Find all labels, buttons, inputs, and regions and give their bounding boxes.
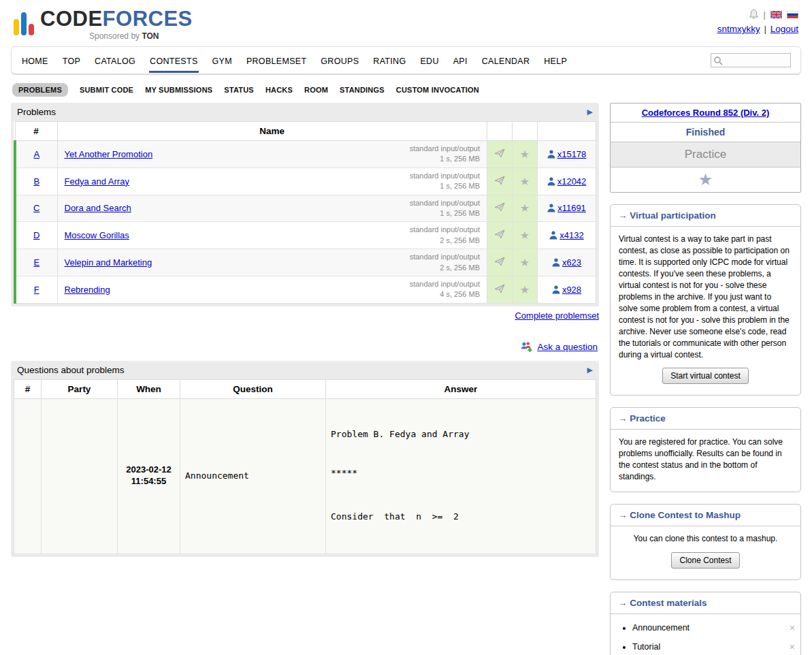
q-col-index: # xyxy=(14,379,42,398)
ask-question-link[interactable]: Ask a question xyxy=(537,342,598,352)
q-col-party: Party xyxy=(42,379,118,398)
complete-problemset-link[interactable]: Complete problemset xyxy=(515,310,599,321)
problem-constraints: standard input/output1 s, 256 MB xyxy=(410,171,480,192)
virtual-participation-title: → Virtual participation xyxy=(611,205,800,227)
problem-letter-link[interactable]: C xyxy=(33,203,39,213)
questions-table: # Party When Question Answer 2023-02-12 … xyxy=(14,379,596,554)
practice-title: → Practice xyxy=(611,408,800,430)
problem-constraints: standard input/output4 s, 256 MB xyxy=(410,279,480,300)
problems-caption: Problems xyxy=(17,107,56,117)
close-icon[interactable]: × xyxy=(790,622,795,633)
problem-title-link[interactable]: Rebrending xyxy=(65,285,110,295)
main-navigation: HOME TOP CATALOG CONTESTS GYM PROBLEMSET… xyxy=(11,46,801,74)
username-link[interactable]: sntmxykky xyxy=(717,24,760,34)
nav-item-gym[interactable]: GYM xyxy=(212,48,233,73)
solved-count-link[interactable]: x12042 xyxy=(557,176,587,187)
expand-arrow-icon[interactable]: ▶ xyxy=(587,108,593,116)
nav-item-problemset[interactable]: PROBLEMSET xyxy=(246,48,307,73)
tab-my-submissions[interactable]: MY SUBMISSIONS xyxy=(145,86,212,94)
virtual-participation-text: Virtual contest is a way to take part in… xyxy=(619,234,790,360)
logout-link[interactable]: Logout xyxy=(770,24,798,34)
nav-item-groups[interactable]: GROUPS xyxy=(320,48,359,73)
favorite-star-icon[interactable]: ★ xyxy=(520,202,530,214)
problem-title-link[interactable]: Fedya and Array xyxy=(65,176,129,187)
tab-status[interactable]: STATUS xyxy=(224,86,254,94)
problem-row-e: E Velepin and Marketing standard input/o… xyxy=(15,249,596,276)
submit-plane-icon[interactable] xyxy=(494,229,505,239)
contest-sub-navigation: PROBLEMS SUBMIT CODE MY SUBMISSIONS STAT… xyxy=(12,83,800,97)
solved-count-link[interactable]: x623 xyxy=(562,257,581,268)
tab-standings[interactable]: STANDINGS xyxy=(340,86,385,94)
submit-plane-icon[interactable] xyxy=(494,257,505,266)
tab-problems[interactable]: PROBLEMS xyxy=(12,83,68,97)
tab-hacks[interactable]: HACKS xyxy=(265,86,293,94)
problem-title-link[interactable]: Velepin and Marketing xyxy=(65,257,152,268)
nav-item-api[interactable]: API xyxy=(453,48,468,73)
problems-table: # Name A Yet Another Promotion standard … xyxy=(14,121,596,304)
submit-plane-icon[interactable] xyxy=(494,176,505,185)
problem-title-link[interactable]: Dora and Search xyxy=(65,203,131,213)
submit-plane-icon[interactable] xyxy=(494,202,505,212)
problem-letter-link[interactable]: A xyxy=(33,149,39,159)
problem-letter-link[interactable]: E xyxy=(33,257,39,268)
codeforces-logo[interactable]: CODEFORCES Sponsored by TON xyxy=(14,8,193,41)
nav-item-top[interactable]: TOP xyxy=(62,48,81,73)
lang-en-flag-icon[interactable] xyxy=(770,11,782,18)
nav-item-edu[interactable]: EDU xyxy=(419,48,439,73)
header-separator: | xyxy=(764,10,766,20)
nav-item-home[interactable]: HOME xyxy=(21,48,49,73)
logo-subtitle: Sponsored by TON xyxy=(89,31,193,41)
ask-question-people-icon xyxy=(520,341,533,353)
expand-arrow-icon[interactable]: ▶ xyxy=(587,366,593,374)
tab-room[interactable]: ROOM xyxy=(304,86,328,94)
lang-ru-flag-icon[interactable] xyxy=(787,11,798,18)
start-virtual-contest-button[interactable]: Start virtual contest xyxy=(662,368,749,384)
question-text: Announcement xyxy=(180,398,326,554)
problem-letter-link[interactable]: F xyxy=(34,285,39,295)
nav-item-rating[interactable]: RATING xyxy=(372,48,406,73)
solved-count-link[interactable]: x15178 xyxy=(557,149,587,159)
sidebar: Codeforces Round 852 (Div. 2) Finished P… xyxy=(610,103,801,655)
favorite-star-icon[interactable]: ★ xyxy=(520,148,530,160)
virtual-participation-box: → Virtual participation Virtual contest … xyxy=(610,204,801,396)
material-label[interactable]: Announcement xyxy=(632,623,689,633)
solved-person-icon xyxy=(552,258,560,267)
material-item-announcement: Announcement × xyxy=(632,622,795,633)
solved-person-icon xyxy=(552,285,560,294)
clone-contest-button[interactable]: Clone Contest xyxy=(671,552,739,569)
problem-row-d: D Moscow Gorillas standard input/output2… xyxy=(15,222,596,249)
favorite-star-icon[interactable]: ★ xyxy=(520,229,530,241)
nav-item-help[interactable]: HELP xyxy=(543,48,568,73)
contest-materials-title: → Contest materials xyxy=(611,592,800,614)
tab-custom-invocation[interactable]: CUSTOM INVOCATION xyxy=(396,86,479,94)
problem-letter-link[interactable]: B xyxy=(33,176,39,187)
contest-info-box: Codeforces Round 852 (Div. 2) Finished P… xyxy=(610,103,801,193)
bell-icon[interactable] xyxy=(749,9,759,20)
nav-item-calendar[interactable]: CALENDAR xyxy=(481,48,530,73)
solved-count-link[interactable]: x11691 xyxy=(557,203,586,213)
solved-count-link[interactable]: x928 xyxy=(562,285,581,295)
favorite-star-icon[interactable]: ★ xyxy=(520,284,530,295)
favorite-star-icon[interactable]: ★ xyxy=(520,257,530,268)
problem-title-link[interactable]: Yet Another Promotion xyxy=(65,149,153,159)
tab-submit-code[interactable]: SUBMIT CODE xyxy=(80,86,133,94)
solved-person-icon xyxy=(549,231,557,240)
material-label[interactable]: Tutorial xyxy=(632,642,660,652)
nav-item-catalog[interactable]: CATALOG xyxy=(94,48,136,73)
nav-item-contests[interactable]: CONTESTS xyxy=(149,48,198,73)
favorite-contest-star-icon[interactable]: ★ xyxy=(698,170,713,189)
contest-materials-box: → Contest materials Announcement × Tutor… xyxy=(610,592,801,655)
links-separator: | xyxy=(764,24,766,34)
close-icon[interactable]: × xyxy=(790,641,795,652)
problem-title-link[interactable]: Moscow Gorillas xyxy=(65,230,129,240)
favorite-star-icon[interactable]: ★ xyxy=(520,176,530,187)
submit-plane-icon[interactable] xyxy=(494,148,505,158)
question-index xyxy=(14,398,42,554)
practice-box: → Practice You are registered for practi… xyxy=(610,407,801,492)
contest-status: Finished xyxy=(611,123,800,142)
problem-constraints: standard input/output1 s, 256 MB xyxy=(410,144,480,165)
problem-letter-link[interactable]: D xyxy=(33,230,39,240)
contest-title-link[interactable]: Codeforces Round 852 (Div. 2) xyxy=(642,108,770,118)
submit-plane-icon[interactable] xyxy=(494,284,505,293)
solved-count-link[interactable]: x4132 xyxy=(559,230,583,240)
